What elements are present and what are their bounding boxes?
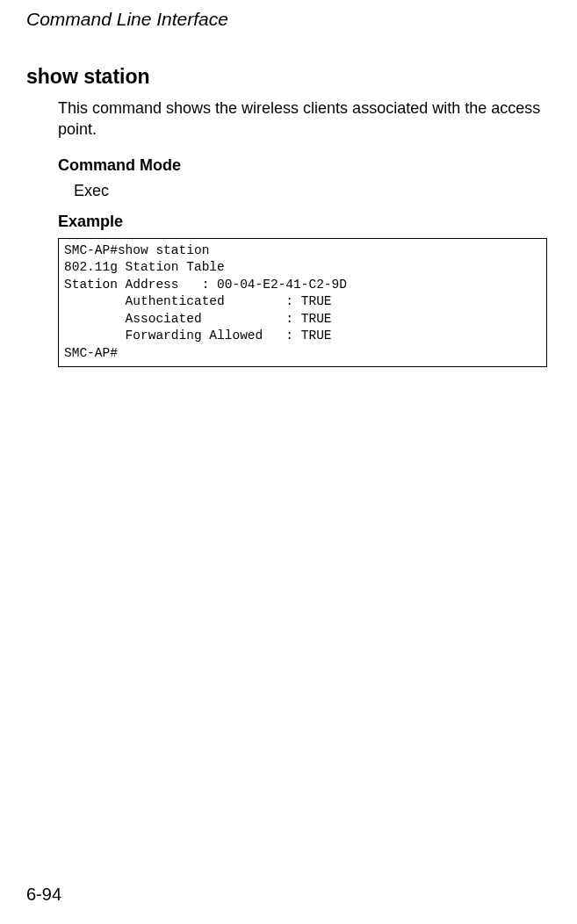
command-description: This command shows the wireless clients … xyxy=(58,97,551,141)
command-mode-label: Command Mode xyxy=(58,156,551,175)
running-header: Command Line Interface xyxy=(26,9,551,30)
page-number: 6-94 xyxy=(26,884,61,905)
example-code-block: SMC-AP#show station 802.11g Station Tabl… xyxy=(58,238,547,367)
example-label: Example xyxy=(58,213,551,231)
command-heading: show station xyxy=(26,65,551,89)
command-mode-value: Exec xyxy=(74,182,551,200)
